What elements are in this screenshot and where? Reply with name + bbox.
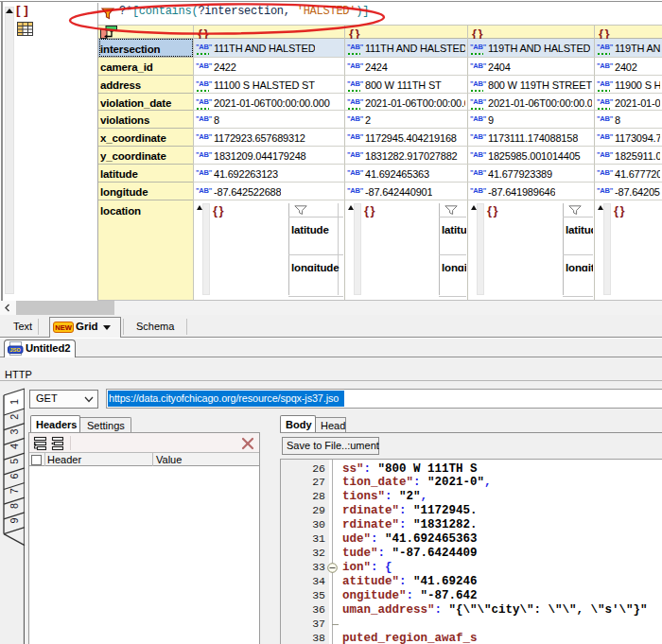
svg-text:6: 6 [9, 473, 20, 479]
svg-text:8: 8 [9, 503, 20, 509]
svg-text:7: 7 [9, 488, 20, 494]
svg-text:4: 4 [9, 444, 20, 449]
svg-text:2: 2 [9, 414, 20, 420]
svg-text:9: 9 [9, 518, 20, 524]
svg-text:JSO: JSO [9, 347, 21, 353]
svg-text:3: 3 [9, 428, 20, 434]
svg-text:5: 5 [9, 459, 20, 464]
svg-text:1: 1 [9, 399, 20, 405]
